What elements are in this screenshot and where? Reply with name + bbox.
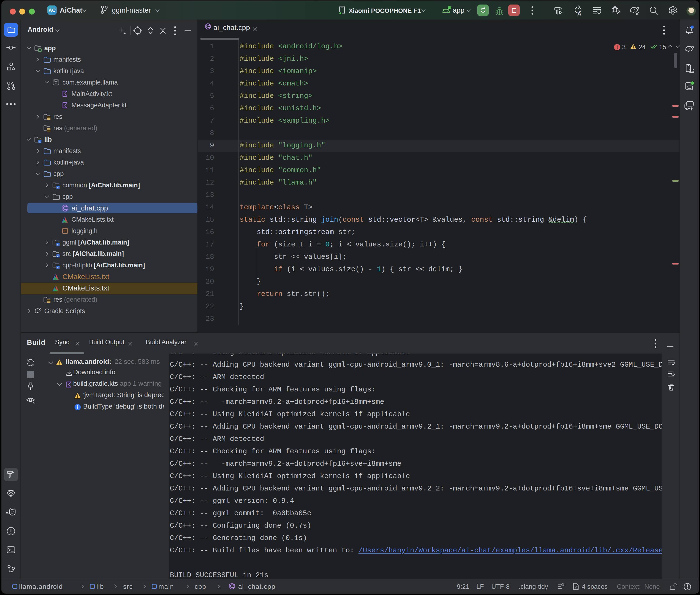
svg-text:A: A (577, 10, 581, 16)
